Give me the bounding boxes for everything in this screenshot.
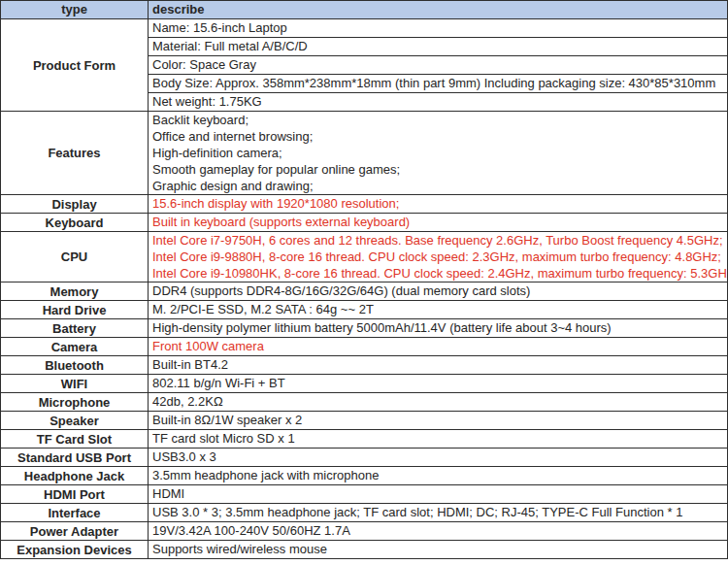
describe-cell: 42db, 2.2KΩ: [149, 393, 728, 412]
describe-line: Net weight: 1.75KG: [152, 93, 723, 111]
describe-line: Backlit keyboard;: [152, 112, 723, 128]
describe-line: 15.6-inch display with 1920*1080 resolut…: [152, 195, 723, 213]
header-row: type describe: [1, 1, 728, 19]
table-row: Power Adapter19V/3.42A 100-240V 50/60HZ …: [1, 522, 728, 541]
describe-cell: Backlit keyboard;Office and internet bro…: [149, 112, 728, 195]
describe-line: Graphic design and drawing;: [152, 178, 723, 194]
type-cell: Microphone: [1, 393, 149, 412]
table-row: InterfaceUSB 3.0 * 3; 3.5mm headphone ja…: [1, 504, 728, 522]
describe-line: Supports wired/wireless mouse: [152, 541, 723, 558]
describe-cell: 3.5mm headphone jack with microphone: [149, 467, 728, 485]
describe-line: 802.11 b/g/n Wi-Fi + BT: [152, 375, 723, 392]
table-row: FeaturesBacklit keyboard;Office and inte…: [1, 112, 728, 195]
describe-line: Office and internet browsing;: [152, 128, 723, 145]
type-cell: HDMI Port: [1, 485, 149, 504]
spec-table-body: Product FormName: 15.6-inch LaptopMateri…: [1, 19, 728, 559]
table-row: WIFI802.11 b/g/n Wi-Fi + BT: [1, 375, 728, 393]
describe-line: Intel Core i9-10980HK, 8-core 16 thread.…: [152, 265, 723, 282]
describe-line: 3.5mm headphone jack with microphone: [152, 467, 723, 484]
describe-line: USB 3.0 * 3; 3.5mm headphone jack; TF ca…: [152, 504, 723, 521]
describe-cell: Material: Full metal A/B/C/D: [149, 38, 728, 56]
type-cell: Standard USB Port: [1, 449, 149, 467]
describe-cell: High-density polymer lithium battery 500…: [149, 319, 728, 338]
table-row: BatteryHigh-density polymer lithium batt…: [1, 319, 728, 338]
type-cell: Interface: [1, 504, 149, 522]
describe-line: Front 100W camera: [152, 338, 723, 355]
table-row: BluetoothBuilt-in BT4.2: [1, 356, 728, 375]
type-cell: WIFI: [1, 375, 149, 393]
type-cell: Battery: [1, 319, 149, 338]
describe-cell: M. 2/PCI-E SSD, M.2 SATA : 64g ~~ 2T: [149, 301, 728, 319]
describe-cell: DDR4 (supports DDR4-8G/16G/32G/64G) (dua…: [149, 282, 728, 301]
type-cell: Headphone Jack: [1, 467, 149, 485]
describe-line: USB3.0 x 3: [152, 449, 723, 466]
describe-line: Material: Full metal A/B/C/D: [152, 38, 723, 55]
table-row: Display15.6-inch display with 1920*1080 …: [1, 195, 728, 214]
type-cell: TF Card Slot: [1, 430, 149, 449]
describe-line: HDMI: [152, 485, 723, 503]
describe-cell: TF card slot Micro SD x 1: [149, 430, 728, 449]
table-row: Product FormName: 15.6-inch Laptop: [1, 19, 728, 38]
table-row: Microphone42db, 2.2KΩ: [1, 393, 728, 412]
type-cell: Camera: [1, 338, 149, 356]
describe-line: High-density polymer lithium battery 500…: [152, 319, 723, 337]
table-row: TF Card SlotTF card slot Micro SD x 1: [1, 430, 728, 449]
describe-line: Name: 15.6-inch Laptop: [152, 19, 723, 37]
describe-cell: Built-in 8Ω/1W speaker x 2: [149, 412, 728, 430]
table-row: CameraFront 100W camera: [1, 338, 728, 356]
type-cell: CPU: [1, 232, 149, 282]
describe-cell: Built in keyboard (supports external key…: [149, 214, 728, 232]
type-cell: Power Adapter: [1, 522, 149, 541]
describe-line: Intel Core i7-9750H, 6 cores and 12 thre…: [152, 232, 723, 249]
table-row: CPUIntel Core i7-9750H, 6 cores and 12 t…: [1, 232, 728, 282]
table-row: KeyboardBuilt in keyboard (supports exte…: [1, 214, 728, 232]
spec-table: type describe Product FormName: 15.6-inc…: [0, 0, 728, 559]
describe-line: M. 2/PCI-E SSD, M.2 SATA : 64g ~~ 2T: [152, 301, 723, 318]
describe-cell: 19V/3.42A 100-240V 50/60HZ 1.7A: [149, 522, 728, 541]
describe-cell: Front 100W camera: [149, 338, 728, 356]
describe-cell: USB3.0 x 3: [149, 449, 728, 467]
describe-line: DDR4 (supports DDR4-8G/16G/32G/64G) (dua…: [152, 282, 723, 300]
table-row: Headphone Jack3.5mm headphone jack with …: [1, 467, 728, 485]
type-cell: Features: [1, 112, 149, 195]
type-cell: Product Form: [1, 19, 149, 112]
table-row: HDMI PortHDMI: [1, 485, 728, 504]
type-cell: Expansion Devices: [1, 541, 149, 559]
describe-line: 19V/3.42A 100-240V 50/60HZ 1.7A: [152, 522, 723, 540]
table-row: Hard DriveM. 2/PCI-E SSD, M.2 SATA : 64g…: [1, 301, 728, 319]
describe-line: Built-in 8Ω/1W speaker x 2: [152, 412, 723, 429]
describe-line: TF card slot Micro SD x 1: [152, 430, 723, 448]
describe-cell: 802.11 b/g/n Wi-Fi + BT: [149, 375, 728, 393]
describe-line: High-definition camera;: [152, 145, 723, 161]
header-cell-describe: describe: [149, 1, 728, 19]
describe-cell: Intel Core i7-9750H, 6 cores and 12 thre…: [149, 232, 728, 282]
type-cell: Keyboard: [1, 214, 149, 232]
describe-line: Built-in BT4.2: [152, 356, 723, 374]
describe-cell: 15.6-inch display with 1920*1080 resolut…: [149, 195, 728, 214]
describe-line: Body Size: Approx. 358mm*238mm*18mm (thi…: [152, 75, 723, 92]
describe-line: 42db, 2.2KΩ: [152, 393, 723, 411]
table-row: SpeakerBuilt-in 8Ω/1W speaker x 2: [1, 412, 728, 430]
describe-line: Color: Space Gray: [152, 56, 723, 74]
describe-cell: USB 3.0 * 3; 3.5mm headphone jack; TF ca…: [149, 504, 728, 522]
describe-cell: Body Size: Approx. 358mm*238mm*18mm (thi…: [149, 75, 728, 93]
type-cell: Display: [1, 195, 149, 214]
header-cell-type: type: [1, 1, 149, 19]
describe-cell: Net weight: 1.75KG: [149, 93, 728, 112]
describe-cell: Supports wired/wireless mouse: [149, 541, 728, 559]
describe-cell: Name: 15.6-inch Laptop: [149, 19, 728, 38]
table-row: MemoryDDR4 (supports DDR4-8G/16G/32G/64G…: [1, 282, 728, 301]
type-cell: Memory: [1, 282, 149, 301]
table-row: Expansion DevicesSupports wired/wireless…: [1, 541, 728, 559]
describe-cell: Color: Space Gray: [149, 56, 728, 75]
describe-cell: HDMI: [149, 485, 728, 504]
describe-cell: Built-in BT4.2: [149, 356, 728, 375]
type-cell: Bluetooth: [1, 356, 149, 375]
describe-line: Intel Core i9-9880H, 8-core 16 thread. C…: [152, 249, 723, 265]
type-cell: Speaker: [1, 412, 149, 430]
describe-line: Built in keyboard (supports external key…: [152, 214, 723, 231]
table-row: Standard USB PortUSB3.0 x 3: [1, 449, 728, 467]
describe-line: Smooth gameplay for popular online games…: [152, 161, 723, 178]
type-cell: Hard Drive: [1, 301, 149, 319]
